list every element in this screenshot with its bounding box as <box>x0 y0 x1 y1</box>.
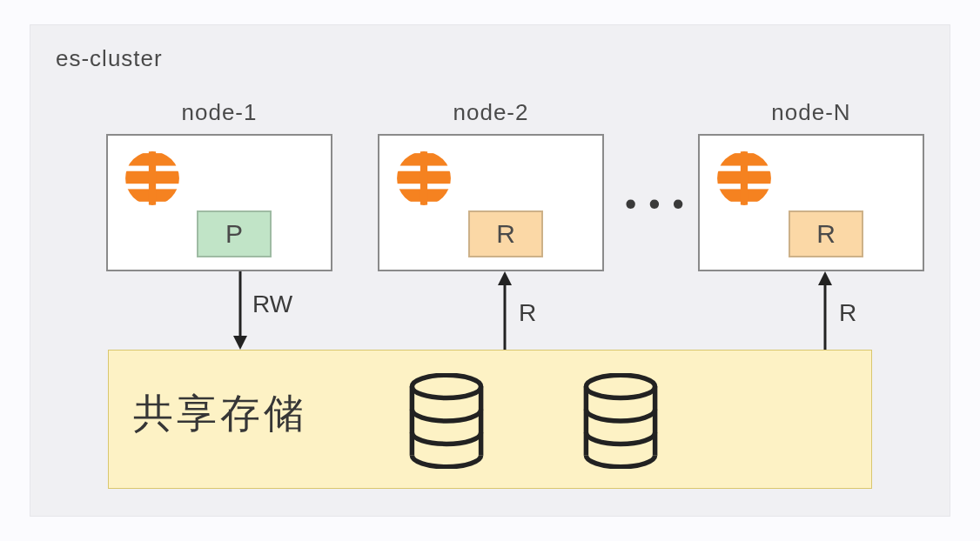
svg-marker-20 <box>498 271 512 285</box>
svg-marker-18 <box>233 336 247 350</box>
arrow-label-rw: RW <box>252 291 292 318</box>
shared-storage-box: 共享存储 <box>108 350 872 489</box>
ellipsis: ••• <box>625 186 696 224</box>
node-n-label: node-N <box>698 99 924 126</box>
arrow-label-rn: R <box>839 299 856 327</box>
arrow-node2-up <box>496 271 513 350</box>
svg-rect-4 <box>149 150 156 207</box>
svg-point-15 <box>412 375 480 397</box>
elasticsearch-icon <box>715 150 773 207</box>
arrow-label-r2: R <box>519 299 536 327</box>
svg-marker-22 <box>818 271 832 285</box>
replica-shard-badge: R <box>468 210 543 257</box>
cluster-label: es-cluster <box>56 45 163 72</box>
svg-rect-9 <box>420 150 427 207</box>
svg-rect-14 <box>741 150 748 207</box>
replica-shard-badge: R <box>789 210 863 257</box>
shared-storage-label: 共享存储 <box>133 387 307 441</box>
arrow-noden-up <box>816 271 834 350</box>
database-icon <box>405 373 488 469</box>
database-icon <box>579 373 662 469</box>
primary-shard-badge: P <box>197 210 272 257</box>
svg-point-16 <box>586 375 654 397</box>
diagram-container: es-cluster node-1 P node-2 R <box>30 24 950 517</box>
node-1-box: P <box>106 134 332 271</box>
arrow-node1-down <box>232 271 249 350</box>
elasticsearch-icon <box>395 150 453 207</box>
node-2-label: node-2 <box>378 99 604 126</box>
node-1-label: node-1 <box>106 99 332 126</box>
node-2-box: R <box>378 134 604 271</box>
node-n-box: R <box>698 134 924 271</box>
elasticsearch-icon <box>124 150 181 207</box>
